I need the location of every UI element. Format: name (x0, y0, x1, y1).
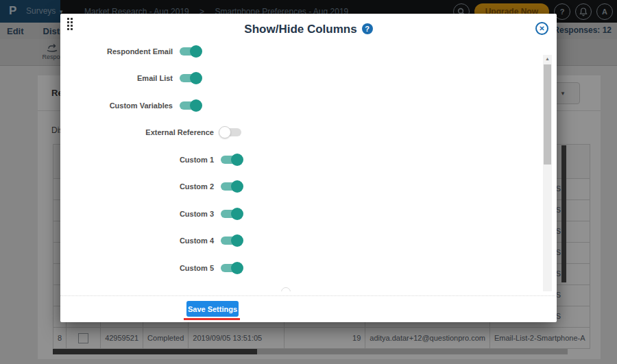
toggle-knob (231, 208, 243, 220)
toggle-row: Custom 2 (60, 173, 557, 201)
toggle-knob (231, 234, 243, 247)
toggle-row: Respondent Email (60, 38, 557, 65)
toggle-knob (190, 72, 202, 84)
toggle-knob (231, 154, 243, 166)
toggle-label: Custom 3 (60, 210, 214, 218)
toggle-switch-custom-5[interactable] (221, 264, 241, 272)
partial-next-toggle (281, 287, 291, 291)
modal-scrollbar[interactable]: ▲ ▼ (543, 55, 552, 291)
toggle-row: Custom Variables (60, 92, 557, 119)
toggle-switch-email-list[interactable] (180, 74, 200, 82)
annotation-underline (184, 318, 240, 320)
toggle-row: Custom 1 (60, 146, 557, 173)
toggle-knob (231, 262, 243, 274)
toggle-label: Email List (60, 74, 173, 82)
toggle-label: Custom Variables (60, 101, 173, 110)
modal-footer: Save Settings (60, 295, 557, 322)
modal-toggle-list: Respondent EmailEmail ListCustom Variabl… (60, 38, 557, 291)
toggle-row: External Reference (60, 119, 557, 147)
toggle-knob (231, 180, 243, 193)
toggle-knob (190, 45, 202, 58)
toggle-switch-custom-variables[interactable] (180, 101, 200, 110)
modal-help-icon[interactable]: ? (362, 23, 373, 34)
toggle-knob (219, 126, 231, 138)
toggle-row: Custom 4 (60, 228, 557, 255)
toggle-label: Custom 5 (60, 264, 214, 272)
toggle-knob (190, 99, 202, 112)
toggle-switch-custom-1[interactable] (221, 156, 241, 164)
show-hide-columns-modal: Show/Hide Columns? ✕ Respondent EmailEma… (60, 14, 557, 322)
toggle-switch-external-reference[interactable] (221, 128, 241, 136)
toggle-label: Custom 2 (60, 182, 214, 191)
toggle-row: Custom 3 (60, 200, 557, 228)
close-icon[interactable]: ✕ (535, 22, 548, 35)
questionpro-app: P Surveys▼ Market Research - Aug 2019 > … (0, 0, 617, 364)
modal-scrollbar-thumb[interactable] (544, 64, 551, 165)
modal-header: Show/Hide Columns? ✕ (60, 14, 557, 40)
scroll-up-icon[interactable]: ▲ (543, 56, 552, 61)
toggle-label: External Reference (60, 128, 214, 136)
save-settings-button[interactable]: Save Settings (186, 301, 239, 317)
toggle-switch-custom-3[interactable] (221, 210, 241, 218)
toggle-switch-custom-2[interactable] (221, 182, 241, 191)
toggle-label: Custom 1 (60, 156, 214, 164)
toggle-switch-respondent-email[interactable] (180, 47, 200, 56)
toggle-switch-custom-4[interactable] (221, 236, 241, 245)
toggle-row: Email List (60, 65, 557, 93)
toggle-label: Respondent Email (60, 47, 173, 56)
toggle-label: Custom 4 (60, 236, 214, 245)
toggle-row: Custom 5 (60, 254, 557, 282)
modal-title: Show/Hide Columns (244, 23, 356, 36)
